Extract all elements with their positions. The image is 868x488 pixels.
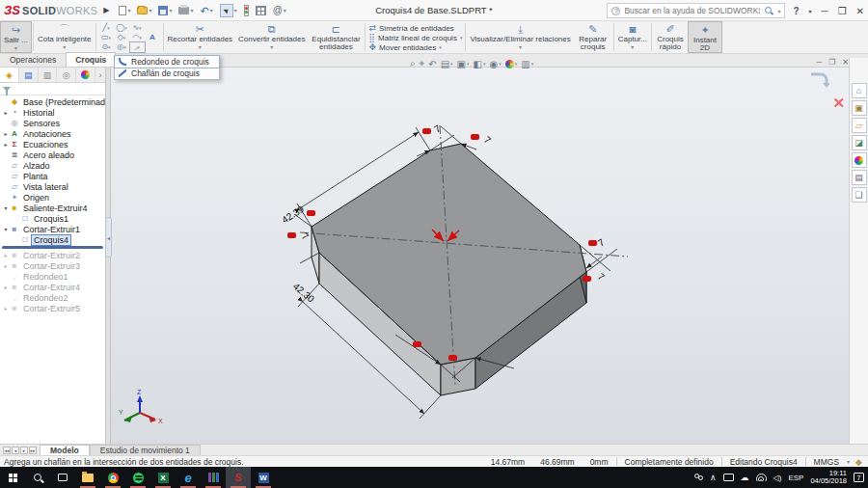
rapid-sketch-button[interactable]: ✐ Croquis rápido (653, 21, 688, 53)
edge-taskbar-button[interactable]: e (176, 467, 201, 488)
tree-item-cortar-extruir5[interactable]: ▸■Cortar-Extruir5 (0, 303, 105, 313)
linear-pattern-button[interactable]: ⣿Matriz lineal de croquis▾ (368, 33, 462, 42)
restore-button[interactable]: ❐ (838, 6, 847, 16)
view-orientation-button[interactable]: ▣▾ (457, 59, 470, 69)
dim-chamfer-n1[interactable]: 7 (432, 122, 443, 134)
rectangle-tool-button[interactable]: ▭▾ (99, 33, 114, 42)
rebuild-button[interactable] (244, 5, 249, 16)
dim-marker[interactable] (413, 341, 421, 347)
arc-tool-button[interactable]: ◠▾ (130, 33, 145, 42)
dim-marker[interactable] (471, 134, 479, 140)
expand-arrow-icon[interactable]: ▾ (2, 226, 10, 232)
tree-item-cortar-extruir2[interactable]: ▸■Cortar-Extruir2 (0, 250, 105, 260)
expand-arrow-icon[interactable]: ▸ (2, 252, 10, 258)
trim-entities-button[interactable]: ✂ Recortar entidades▾ (165, 21, 236, 53)
file-properties-button[interactable] (256, 6, 266, 15)
excel-taskbar-button[interactable]: X (150, 467, 176, 488)
spline-tool-button[interactable]: ∿▾ (130, 23, 145, 33)
tree-item-historial[interactable]: ▸◔Historial (0, 107, 105, 118)
undo-button[interactable]: ↶▾ (200, 6, 212, 15)
tab-display-manager[interactable] (76, 68, 95, 82)
section-view-button[interactable]: ▤▾ (441, 59, 453, 69)
tree-item-cortar-extruir1[interactable]: ▾■Cortar-Extruir1 (0, 224, 105, 234)
wifi-icon[interactable] (756, 474, 767, 481)
taskbar-search-button[interactable] (25, 467, 50, 488)
chrome-taskbar-button[interactable] (100, 467, 125, 488)
move-entities-button[interactable]: ✥Mover entidades▾ (368, 42, 462, 52)
tree-item-redondeo2[interactable]: ◞Redondeo2 (0, 292, 105, 303)
tree-item-croquis1[interactable]: □Croquis1 (0, 213, 105, 224)
tab-croquis[interactable]: Croquis (66, 52, 116, 67)
print-button[interactable]: ▾ (178, 7, 193, 14)
polygon-tool-button[interactable]: ◇▾ (115, 33, 129, 42)
task-view-button[interactable] (50, 467, 75, 488)
convert-entities-button[interactable]: ⧉ Convertir entidades▾ (235, 21, 308, 53)
help-button[interactable]: ? (793, 6, 799, 16)
forum-button[interactable]: ❏ (852, 187, 867, 203)
onedrive-cloud-icon[interactable]: ☁ (741, 473, 749, 482)
show-hidden-icons-button[interactable]: ∧ (710, 473, 717, 482)
expand-arrow-icon[interactable]: ▸ (2, 130, 10, 137)
menu-item-sketch-fillet[interactable]: Redondeo de croquis (115, 56, 219, 68)
display-style-button[interactable]: ◧▾ (474, 59, 486, 69)
tree-item-planta[interactable]: ▱Planta (0, 171, 105, 181)
sketch-fillet-button[interactable]: ◞▾ (130, 42, 145, 52)
circle-tool-button[interactable]: ◯▾ (115, 23, 129, 33)
dim-marker[interactable] (307, 210, 315, 216)
tab-operaciones[interactable]: Operaciones (0, 52, 66, 67)
display-delete-relations-button[interactable]: ⤓ Visualizar/Eliminar relaciones▾ (467, 21, 573, 53)
panel-tabs-overflow[interactable]: › (95, 68, 105, 82)
new-document-button[interactable]: ▾ (119, 6, 130, 15)
tree-item-cortar-extruir4[interactable]: ▸■Cortar-Extruir4 (0, 282, 105, 292)
tree-item-saliente-extruir4[interactable]: ▾■Saliente-Extruir4 (0, 203, 105, 213)
ellipse-tool-button[interactable]: ◎▾ (115, 42, 129, 52)
dim-marker[interactable] (583, 276, 591, 282)
action-center-button[interactable]: 7 (854, 473, 864, 482)
tab-dimxpert-manager[interactable]: ◎ (57, 68, 76, 82)
tree-item-redondeo1[interactable]: ◞Redondeo1 (0, 271, 105, 282)
smart-dimension-button[interactable]: ⌒ Cota inteligente▾ (35, 21, 95, 53)
appearances-button[interactable] (852, 152, 867, 168)
menu-item-sketch-chamfer[interactable]: Chaflán de croquis (115, 68, 219, 79)
tree-item-croquis4[interactable]: □Croquis4 (0, 234, 105, 245)
doc-minimize-button[interactable]: ─ (816, 58, 822, 67)
zoom-to-fit-button[interactable]: ⌕ (410, 58, 416, 69)
tree-item-vista-lateral[interactable]: ▱Vista lateral (0, 181, 105, 192)
open-button[interactable]: ▾ (137, 7, 151, 14)
winrar-taskbar-button[interactable] (201, 467, 226, 488)
repair-sketch-button[interactable]: ✎ Reparar croquis (574, 21, 612, 53)
line-tool-button[interactable]: ╱▾ (99, 23, 114, 33)
help-search-box[interactable]: ? ▾ (607, 3, 785, 18)
tab-modelo[interactable]: Modelo (40, 445, 90, 455)
start-button[interactable] (0, 467, 25, 488)
expand-arrow-icon[interactable]: ▾ (2, 204, 10, 211)
tab-motion-study[interactable]: Estudio de movimiento 1 (90, 445, 201, 455)
resources-home-button[interactable]: ⌂ (852, 83, 867, 98)
cancel-sketch-icon[interactable]: ✕ (832, 95, 845, 112)
tab-scroll-buttons[interactable]: ◂◂◂▸▸▸ (0, 445, 40, 455)
performance-gem-icon[interactable]: ◆ (850, 457, 868, 467)
tab-feature-manager[interactable]: ◈ (0, 68, 19, 82)
slot-tool-button[interactable]: ⊙▾ (99, 42, 114, 52)
instant2d-button[interactable]: ✦ Instant 2D (688, 21, 722, 53)
expand-arrow-icon[interactable]: ▸ (2, 109, 10, 116)
tab-property-manager[interactable]: ▤ (19, 68, 39, 82)
tree-item-base[interactable]: ◆Base (Predeterminado<<Predeter (0, 96, 105, 107)
expand-arrow-icon[interactable]: ▸ (2, 262, 10, 269)
offset-entities-button[interactable]: ⊏ Equidistanciar entidades (308, 21, 364, 53)
tree-item-anotaciones[interactable]: ▸AAnotaciones (0, 128, 105, 139)
close-button[interactable]: ✕ (856, 6, 864, 16)
exit-sketch-corner-icon[interactable] (808, 71, 829, 89)
rollback-bar[interactable] (2, 246, 103, 249)
dim-chamfer-e2[interactable]: 7 (596, 271, 608, 283)
dim-marker[interactable] (448, 355, 457, 361)
display-tray-icon[interactable] (723, 474, 734, 481)
sketch-picture-button[interactable]: ◙ Captur...▾ (615, 21, 650, 53)
previous-view-button[interactable]: ↶ (428, 59, 436, 69)
word-taskbar-button[interactable]: W (251, 467, 276, 488)
zoom-to-area-button[interactable]: ⌖ (420, 58, 425, 69)
dim-marker[interactable] (287, 232, 296, 238)
menu-flyout-arrow-icon[interactable]: ▶ (103, 6, 109, 14)
expand-arrow-icon[interactable]: ▸ (2, 141, 10, 148)
people-icon[interactable] (693, 474, 703, 481)
